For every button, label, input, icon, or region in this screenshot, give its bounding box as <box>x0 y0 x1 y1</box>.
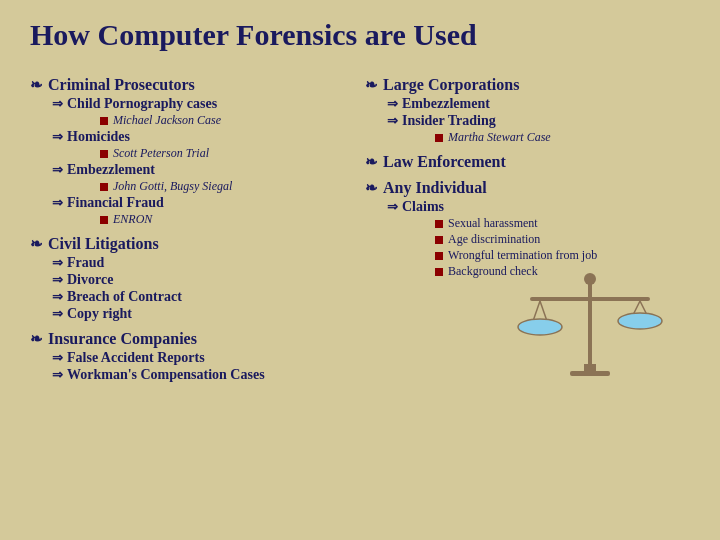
arrow-icon: ⇒ <box>52 129 63 145</box>
breach-item: ⇒ Breach of Contract <box>52 289 355 305</box>
law-enforcement-header: ❧ Law Enforcement <box>365 153 690 171</box>
criminal-level1: ⇒ Child Pornography cases Michael Jackso… <box>52 96 355 227</box>
copyright-item: ⇒ Copy right <box>52 306 355 322</box>
michael-jackson-item: Michael Jackson Case <box>100 113 355 128</box>
corp-embezzlement-item: ⇒ Embezzlement <box>387 96 690 112</box>
bullet-square <box>100 216 108 224</box>
enron-label: ENRON <box>113 212 152 227</box>
age-discrimination-label: Age discrimination <box>448 232 540 247</box>
bullet-square <box>100 117 108 125</box>
embezzlement-label: Embezzlement <box>67 162 155 178</box>
law-enforcement-section: ❧ Law Enforcement <box>365 153 690 171</box>
arrow-icon: ⇒ <box>387 96 398 112</box>
financial-fraud-label: Financial Fraud <box>67 195 164 211</box>
civil-litigations-label: Civil Litigations <box>48 235 159 253</box>
content-area: ❧ Criminal Prosecutors ⇒ Child Pornograp… <box>30 68 690 384</box>
svg-point-6 <box>518 319 562 335</box>
michael-jackson-level2: Michael Jackson Case <box>100 113 355 128</box>
divorce-label: Divorce <box>67 272 113 288</box>
false-accident-item: ⇒ False Accident Reports <box>52 350 355 366</box>
arrow-icon: ⇒ <box>387 113 398 129</box>
bullet-square <box>435 236 443 244</box>
any-individual-icon: ❧ <box>365 179 378 197</box>
insurance-level1: ⇒ False Accident Reports ⇒ Workman's Com… <box>52 350 355 383</box>
enron-level2: ENRON <box>100 212 355 227</box>
balance-scale-icon <box>500 249 680 379</box>
left-column: ❧ Criminal Prosecutors ⇒ Child Pornograp… <box>30 68 355 384</box>
arrow-icon: ⇒ <box>52 350 63 366</box>
any-individual-label: Any Individual <box>383 179 487 197</box>
arrow-icon: ⇒ <box>52 289 63 305</box>
insurance-icon: ❧ <box>30 330 43 348</box>
gotti-level2: John Gotti, Bugsy Siegal <box>100 179 355 194</box>
bullet-square <box>435 134 443 142</box>
insurance-header: ❧ Insurance Companies <box>30 330 355 348</box>
age-discrimination-item: Age discrimination <box>435 232 690 247</box>
balance-scale-container <box>500 249 680 379</box>
insider-trading-label: Insider Trading <box>402 113 496 129</box>
fraud-label: Fraud <box>67 255 104 271</box>
peterson-level2: Scott Peterson Trial <box>100 146 355 161</box>
insurance-label: Insurance Companies <box>48 330 197 348</box>
bullet-square <box>100 150 108 158</box>
slide: How Computer Forensics are Used ❧ Crimin… <box>0 0 720 540</box>
arrow-icon: ⇒ <box>52 367 63 383</box>
arrow-icon: ⇒ <box>52 162 63 178</box>
martha-item: Martha Stewart Case <box>435 130 690 145</box>
criminal-prosecutors-label: Criminal Prosecutors <box>48 76 195 94</box>
large-corp-header: ❧ Large Corporations <box>365 76 690 94</box>
criminal-prosecutors-icon: ❧ <box>30 76 43 94</box>
martha-label: Martha Stewart Case <box>448 130 551 145</box>
arrow-icon: ⇒ <box>52 255 63 271</box>
right-column: ❧ Large Corporations ⇒ Embezzlement ⇒ In… <box>365 68 690 384</box>
breach-label: Breach of Contract <box>67 289 182 305</box>
peterson-label: Scott Peterson Trial <box>113 146 209 161</box>
workman-item: ⇒ Workman's Compensation Cases <box>52 367 355 383</box>
law-enforcement-label: Law Enforcement <box>383 153 506 171</box>
workman-label: Workman's Compensation Cases <box>67 367 265 383</box>
child-porn-item: ⇒ Child Pornography cases <box>52 96 355 112</box>
civil-litigations-section: ❧ Civil Litigations ⇒ Fraud ⇒ Divorce ⇒ … <box>30 235 355 322</box>
claims-item: ⇒ Claims <box>387 199 690 215</box>
large-corp-label: Large Corporations <box>383 76 519 94</box>
sexual-harassment-item: Sexual harassment <box>435 216 690 231</box>
false-accident-label: False Accident Reports <box>67 350 205 366</box>
fraud-item: ⇒ Fraud <box>52 255 355 271</box>
michael-jackson-label: Michael Jackson Case <box>113 113 221 128</box>
arrow-icon: ⇒ <box>52 96 63 112</box>
svg-rect-1 <box>570 371 610 376</box>
homicides-item: ⇒ Homicides <box>52 129 355 145</box>
arrow-icon: ⇒ <box>52 195 63 211</box>
sexual-harassment-label: Sexual harassment <box>448 216 538 231</box>
bullet-square <box>435 268 443 276</box>
peterson-item: Scott Peterson Trial <box>100 146 355 161</box>
insurance-section: ❧ Insurance Companies ⇒ False Accident R… <box>30 330 355 383</box>
any-individual-header: ❧ Any Individual <box>365 179 690 197</box>
civil-litigations-header: ❧ Civil Litigations <box>30 235 355 253</box>
arrow-icon: ⇒ <box>387 199 398 215</box>
copyright-label: Copy right <box>67 306 132 322</box>
gotti-item: John Gotti, Bugsy Siegal <box>100 179 355 194</box>
financial-fraud-item: ⇒ Financial Fraud <box>52 195 355 211</box>
insider-trading-item: ⇒ Insider Trading <box>387 113 690 129</box>
svg-rect-2 <box>588 279 592 369</box>
civil-level1: ⇒ Fraud ⇒ Divorce ⇒ Breach of Contract ⇒… <box>52 255 355 322</box>
civil-icon: ❧ <box>30 235 43 253</box>
homicides-label: Homicides <box>67 129 130 145</box>
svg-point-9 <box>618 313 662 329</box>
large-corp-section: ❧ Large Corporations ⇒ Embezzlement ⇒ In… <box>365 76 690 145</box>
svg-point-10 <box>584 273 596 285</box>
law-enforcement-icon: ❧ <box>365 153 378 171</box>
criminal-prosecutors-section: ❧ Criminal Prosecutors ⇒ Child Pornograp… <box>30 76 355 227</box>
arrow-icon: ⇒ <box>52 306 63 322</box>
svg-rect-3 <box>530 297 650 301</box>
large-corp-icon: ❧ <box>365 76 378 94</box>
embezzlement-item: ⇒ Embezzlement <box>52 162 355 178</box>
bullet-square <box>435 220 443 228</box>
martha-level2: Martha Stewart Case <box>435 130 690 145</box>
bullet-square <box>435 252 443 260</box>
enron-item: ENRON <box>100 212 355 227</box>
bullet-square <box>100 183 108 191</box>
claims-label: Claims <box>402 199 444 215</box>
corp-embezzlement-label: Embezzlement <box>402 96 490 112</box>
